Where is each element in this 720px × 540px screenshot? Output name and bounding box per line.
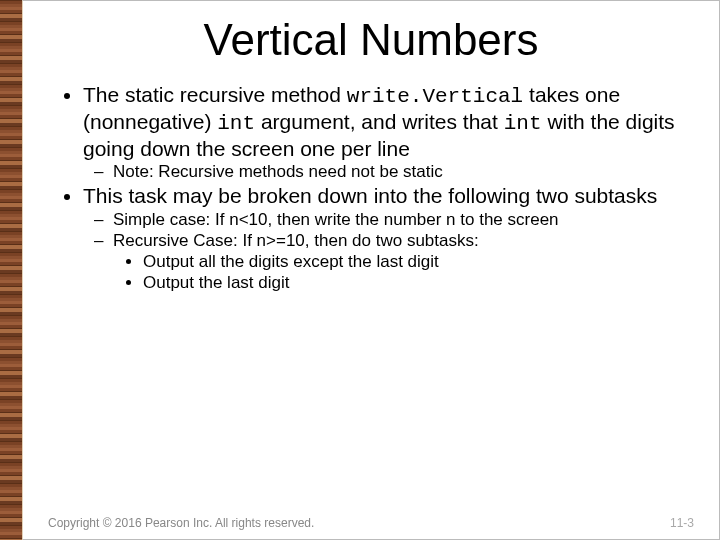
bullet-2-simple: Simple case: If n<10, then write the num… <box>113 210 687 230</box>
binder-spine <box>0 0 23 540</box>
bullet-2-sub-2: Output the last digit <box>143 273 687 293</box>
slide-body: The static recursive method write.Vertic… <box>23 83 719 293</box>
bullet-1: The static recursive method write.Vertic… <box>83 83 687 182</box>
copyright: Copyright © 2016 Pearson Inc. All rights… <box>48 516 314 530</box>
slide-title: Vertical Numbers <box>23 15 719 65</box>
slide: Vertical Numbers The static recursive me… <box>0 0 720 540</box>
bullet-2-sub-1: Output all the digits except the last di… <box>143 252 687 272</box>
bullet-2-recursive: Recursive Case: If n>=10, then do two su… <box>113 231 687 293</box>
bullet-1-note: Note: Recursive methods need not be stat… <box>113 162 687 182</box>
bullet-2: This task may be broken down into the fo… <box>83 184 687 293</box>
page-number: 11-3 <box>670 516 694 530</box>
page-surface: Vertical Numbers The static recursive me… <box>22 0 720 540</box>
footer: Copyright © 2016 Pearson Inc. All rights… <box>22 516 720 530</box>
